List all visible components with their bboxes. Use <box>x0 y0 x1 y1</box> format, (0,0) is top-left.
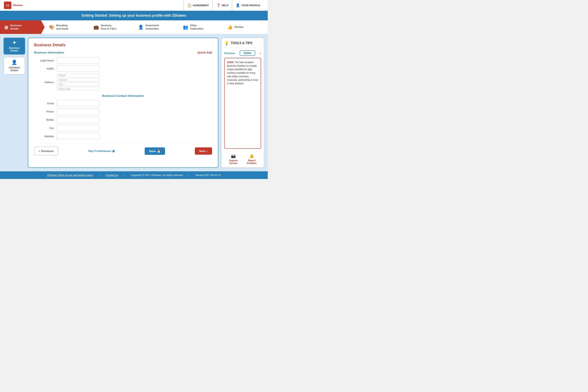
legal-name-input[interactable] <box>56 57 100 64</box>
previous-label: Previous <box>41 149 54 153</box>
top-nav-right: 📋 AGREEMENT ❓ HELP 👤 YOUR PROFILE <box>184 0 264 11</box>
report-problem-label: ReportProblem <box>247 159 256 165</box>
step-label-services: Services,Fees & T&Cs <box>101 24 116 30</box>
report-problem-button[interactable]: ⚠️ ReportProblem <box>247 154 256 165</box>
card-title: Business Details <box>34 43 212 47</box>
agreement-icon: 📋 <box>188 3 192 8</box>
tip-nav-label: NZBN <box>240 50 255 56</box>
business-info-header: Business Information Quick Add <box>34 51 212 54</box>
website-row: Website <box>34 133 212 139</box>
dashboard-icon: ▦ <box>112 150 115 152</box>
capture-screen-button[interactable]: 📸 CaptureScreen <box>229 154 238 165</box>
capture-screen-label: CaptureScreen <box>229 159 238 165</box>
next-arrow-icon: › <box>207 149 208 153</box>
city-input[interactable] <box>56 83 100 86</box>
main-form-card: Business Details Business Information Qu… <box>28 38 218 168</box>
help-nav-item[interactable]: ❓ HELP <box>212 0 232 11</box>
page-banner: Getting Started: Setting up your busines… <box>0 11 268 20</box>
address-label: Address <box>34 81 54 84</box>
tools-title: 💡 TOOLS & TIPS <box>224 41 261 48</box>
sidebar-individual-icon: 👤 <box>11 60 17 65</box>
step-label-goverment: GovermentAuthorities <box>146 24 159 30</box>
step-goverment-auth[interactable]: 👤 GovermentAuthorities <box>134 20 178 34</box>
street-input[interactable] <box>56 74 100 77</box>
logo-icon: 2S <box>4 2 11 9</box>
step-label-business: BusinessDetails <box>10 24 22 30</box>
footer-terms[interactable]: 2Shakes Terms of use and privacy policy <box>47 174 93 176</box>
skip-to-dashboard-button[interactable]: Skip To Dashboard ▦ <box>88 150 115 152</box>
step-icon-services: 💼 <box>94 25 99 30</box>
banner-text: Getting Started: Setting up your busines… <box>81 14 186 18</box>
postcode-input[interactable] <box>56 87 100 90</box>
step-label-branding: Brandingand Email <box>56 24 68 30</box>
step-services-fees[interactable]: 💼 Services,Fees & T&Cs <box>89 20 134 34</box>
phone-row: Phone <box>34 108 212 115</box>
previous-button[interactable]: ‹ Previous <box>34 146 58 156</box>
business-info-label: Business Information <box>34 51 64 54</box>
save-icon: 💾 <box>157 149 161 153</box>
sidebar-item-individual-details[interactable]: 👤 IndividualDetails <box>4 57 25 74</box>
fax-input[interactable] <box>56 125 100 131</box>
website-input[interactable] <box>56 133 100 139</box>
lightbulb-icon: 💡 <box>224 41 229 46</box>
steps-bar: ▦ BusinessDetails 🎨 Brandingand Email 💼 … <box>0 20 268 34</box>
sidebar-business-label: BusinessDetails <box>9 47 20 52</box>
tip-next-arrow-icon[interactable]: › <box>260 51 261 56</box>
save-button[interactable]: Save 💾 <box>145 148 165 155</box>
email-row: Email <box>34 100 212 106</box>
mobile-row: Mobile <box>34 116 212 123</box>
footer-copyright: Copyright © 2017 2Shakes. All rights res… <box>130 174 183 176</box>
legal-name-label: Legal Name <box>34 59 54 62</box>
sidebar-business-icon: ✦ <box>12 40 16 46</box>
help-label: HELP <box>222 4 228 7</box>
suburb-input[interactable] <box>56 78 100 82</box>
step-label-other: OtherAuthorities <box>190 24 204 30</box>
sidebar-item-business-details[interactable]: ✦ BusinessDetails <box>4 38 25 54</box>
tip-body-text: : The New Zealand Business Number is a s… <box>227 61 258 85</box>
right-sidebar-tools: 💡 TOOLS & TIPS Previous NZBN › NZBN: The… <box>221 38 264 168</box>
step-label-review: Review <box>234 26 244 29</box>
step-review[interactable]: 👍 Review <box>223 20 268 34</box>
fax-label: Fax <box>34 126 54 130</box>
contact-section-divider: Business Contact Information <box>34 94 212 98</box>
quick-add-button[interactable]: Quick Add <box>198 51 212 54</box>
email-input[interactable] <box>56 100 100 106</box>
profile-icon: 👤 <box>236 3 240 8</box>
page-footer: 2Shakes Terms of use and privacy policy … <box>0 171 268 179</box>
report-problem-icon: ⚠️ <box>249 154 254 158</box>
content-area: ✦ BusinessDetails 👤 IndividualDetails Bu… <box>0 34 268 171</box>
email-label: Email <box>34 102 54 105</box>
mobile-label: Mobile <box>34 118 54 121</box>
footer-version: Version:2017.08.02.15 <box>195 174 221 176</box>
tip-previous-button[interactable]: Previous <box>224 52 235 55</box>
sidebar-individual-label: IndividualDetails <box>9 66 20 72</box>
tip-content-box: NZBN: The New Zealand Business Number is… <box>224 58 261 149</box>
step-icon-other: 👥 <box>183 25 188 30</box>
next-button[interactable]: Next › <box>195 148 212 155</box>
next-label: Next <box>199 149 206 153</box>
step-icon-goverment: 👤 <box>138 25 144 30</box>
step-other-auth[interactable]: 👥 OtherAuthorities <box>178 20 223 34</box>
website-label: Website <box>34 135 54 138</box>
step-business-details[interactable]: ▦ BusinessDetails <box>0 20 45 34</box>
nzbn-input[interactable] <box>56 66 100 72</box>
phone-label: Phone <box>34 110 54 113</box>
footer-contact[interactable]: Contact Us <box>106 174 118 176</box>
step-branding-email[interactable]: 🎨 Brandingand Email <box>45 20 90 34</box>
top-nav: 2S 2Shakes 📋 AGREEMENT ❓ HELP 👤 YOUR PRO… <box>0 0 268 11</box>
mobile-input[interactable] <box>56 116 100 123</box>
save-label: Save <box>149 149 156 153</box>
nzbn-row: NZBN <box>34 66 212 72</box>
address-row: Address <box>34 74 212 90</box>
phone-input[interactable] <box>56 108 100 115</box>
profile-label: YOUR PROFILE <box>241 4 260 7</box>
capture-screen-icon: 📸 <box>231 154 236 158</box>
step-icon-review: 👍 <box>227 25 233 30</box>
step-icon-business: ▦ <box>4 25 8 30</box>
tools-footer: 📸 CaptureScreen ⚠️ ReportProblem <box>224 152 261 165</box>
card-footer: ‹ Previous Skip To Dashboard ▦ Save 💾 Ne… <box>34 144 212 156</box>
agreement-nav-item[interactable]: 📋 AGREEMENT <box>184 0 212 11</box>
left-sidebar: ✦ BusinessDetails 👤 IndividualDetails <box>4 38 25 168</box>
profile-nav-item[interactable]: 👤 YOUR PROFILE <box>232 0 264 11</box>
footer-sep-2: | <box>124 174 125 176</box>
